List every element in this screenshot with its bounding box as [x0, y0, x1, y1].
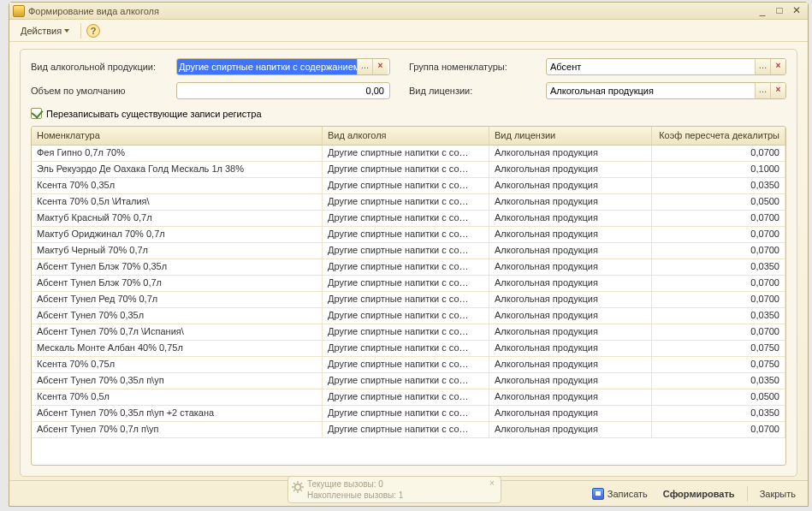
table-row[interactable]: Мактуб Красный 70% 0,7лДругие спиртные н…: [32, 211, 785, 227]
table-cell: 0,0700: [652, 227, 785, 242]
ellipsis-icon[interactable]: …: [357, 59, 372, 74]
generate-button[interactable]: Сформировать: [660, 486, 738, 502]
table-row[interactable]: Мактуб Черный 70% 0,7лДругие спиртные на…: [32, 243, 785, 259]
table-cell: Другие спиртные напитки с со…: [323, 389, 489, 405]
product-type-field[interactable]: Другие спиртные напитки с содержанием … …: [176, 58, 390, 75]
table-cell: Другие спиртные напитки с со…: [323, 406, 489, 421]
accumulated-calls-value: 1: [399, 490, 404, 500]
table-cell: Алкогольная продукция: [489, 422, 652, 437]
overwrite-checkbox-row[interactable]: Перезаписывать существующие записи регис…: [31, 108, 786, 119]
product-type-value: Другие спиртные напитки с содержанием: [177, 59, 357, 74]
table-cell: Алкогольная продукция: [489, 357, 652, 372]
grid-header: Номенклатура Вид алкоголя Вид лицензии К…: [32, 127, 785, 146]
table-cell: Алкогольная продукция: [489, 292, 652, 307]
column-header-alcohol-type[interactable]: Вид алкоголя: [323, 127, 489, 145]
table-row[interactable]: Ксента 70% 0,5лДругие спиртные напитки с…: [32, 389, 785, 406]
table-row[interactable]: Абсент Тунел 70% 0,35л п\уп +2 стаканаДр…: [32, 406, 785, 422]
table-cell: Другие спиртные напитки с со…: [323, 227, 489, 242]
table-cell: 0,0700: [652, 243, 785, 258]
column-header-coefficient[interactable]: Коэф пересчета декалитры: [652, 127, 785, 145]
table-cell: Другие спиртные напитки с со…: [323, 324, 489, 340]
ellipsis-icon[interactable]: …: [755, 59, 770, 74]
table-cell: Другие спиртные напитки с со…: [323, 292, 489, 307]
table-cell: Алкогольная продукция: [489, 373, 652, 389]
close-window-button[interactable]: ✕: [789, 5, 804, 17]
table-cell: Абсент Тунел 70% 0,7л \Испания\: [32, 324, 323, 340]
table-cell: Алкогольная продукция: [489, 243, 652, 258]
table-cell: Другие спиртные напитки с со…: [323, 146, 489, 161]
ellipsis-icon[interactable]: …: [755, 83, 770, 98]
table-row[interactable]: Эль Рекуэрдо Де Оахака Голд Мескаль 1л 3…: [32, 162, 785, 178]
table-cell: Алкогольная продукция: [489, 389, 652, 405]
table-cell: Эль Рекуэрдо Де Оахака Голд Мескаль 1л 3…: [32, 162, 323, 177]
table-cell: Абсент Тунел Блэк 70% 0,35л: [32, 259, 323, 275]
calls-info-box: Текущие вызовы: 0 Накопленные вызовы: 1 …: [287, 476, 501, 503]
chevron-down-icon: [64, 29, 69, 33]
table-cell: Другие спиртные напитки с со…: [323, 178, 489, 193]
clear-icon[interactable]: ×: [770, 83, 785, 98]
table-cell: 0,0350: [652, 406, 785, 421]
svg-point-0: [295, 484, 301, 490]
group-value[interactable]: [547, 59, 755, 74]
table-cell: 0,0700: [652, 146, 785, 161]
table-cell: 0,0700: [652, 292, 785, 307]
table-cell: 0,0700: [652, 324, 785, 340]
table-cell: 0,0750: [652, 341, 785, 356]
table-row[interactable]: Фея Гипно 0,7л 70%Другие спиртные напитк…: [32, 146, 785, 162]
footer: Текущие вызовы: 0 Накопленные вызовы: 1 …: [9, 480, 808, 506]
table-row[interactable]: Абсент Тунел Ред 70% 0,7лДругие спиртные…: [32, 292, 785, 308]
table-row[interactable]: Абсент Тунел 70% 0,35л п\упДругие спиртн…: [32, 373, 785, 389]
column-header-license[interactable]: Вид лицензии: [489, 127, 652, 145]
maximize-button[interactable]: □: [772, 5, 787, 17]
table-cell: Алкогольная продукция: [489, 341, 652, 356]
overwrite-checkbox[interactable]: [31, 108, 42, 119]
table-cell: 0,0750: [652, 357, 785, 372]
table-row[interactable]: Ксента 70% 0,75лДругие спиртные напитки …: [32, 357, 785, 373]
table-row[interactable]: Мескаль Монте Албан 40% 0,75лДругие спир…: [32, 341, 785, 357]
group-field[interactable]: … ×: [546, 58, 786, 75]
table-cell: Мескаль Монте Албан 40% 0,75л: [32, 341, 323, 356]
table-row[interactable]: Абсент Тунел Блэк 70% 0,35лДругие спиртн…: [32, 259, 785, 276]
table-cell: Мактуб Ориджинал 70% 0,7л: [32, 227, 323, 242]
table-row[interactable]: Мактуб Ориджинал 70% 0,7лДругие спиртные…: [32, 227, 785, 243]
table-cell: Другие спиртные напитки с со…: [323, 259, 489, 275]
table-cell: Абсент Тунел 70% 0,7л п\уп: [32, 422, 323, 437]
table-row[interactable]: Ксента 70% 0,5л \Италия\Другие спиртные …: [32, 194, 785, 211]
save-icon: [592, 488, 604, 500]
table-cell: Алкогольная продукция: [489, 276, 652, 291]
volume-field[interactable]: [176, 82, 390, 99]
table-cell: Абсент Тунел Блэк 70% 0,7л: [32, 276, 323, 291]
actions-label: Действия: [21, 26, 62, 36]
actions-menu[interactable]: Действия: [15, 22, 75, 39]
clear-icon[interactable]: ×: [372, 59, 388, 74]
grid-body[interactable]: Фея Гипно 0,7л 70%Другие спиртные напитк…: [32, 146, 785, 465]
save-label: Записать: [608, 489, 648, 499]
table-cell: 0,0350: [652, 308, 785, 324]
close-calls-icon[interactable]: ×: [487, 478, 497, 488]
table-cell: 0,0700: [652, 276, 785, 291]
table-cell: Алкогольная продукция: [489, 324, 652, 340]
volume-label: Объем по умолчанию: [31, 86, 176, 96]
clear-icon[interactable]: ×: [770, 59, 785, 74]
table-cell: 0,1000: [652, 162, 785, 177]
table-row[interactable]: Абсент Тунел Блэк 70% 0,7лДругие спиртны…: [32, 276, 785, 292]
table-cell: Абсент Тунел 70% 0,35л п\уп: [32, 373, 323, 389]
help-icon[interactable]: ?: [86, 24, 100, 38]
table-row[interactable]: Абсент Тунел 70% 0,7л \Испания\Другие сп…: [32, 324, 785, 341]
close-button[interactable]: Закрыть: [756, 486, 799, 502]
save-button[interactable]: Записать: [589, 485, 651, 502]
table-cell: 0,0500: [652, 194, 785, 210]
minimize-button[interactable]: _: [755, 5, 770, 17]
license-field[interactable]: … ×: [546, 82, 786, 99]
license-value[interactable]: [547, 83, 755, 98]
table-row[interactable]: Абсент Тунел 70% 0,35лДругие спиртные на…: [32, 308, 785, 324]
titlebar: Формирование вида алкоголя _ □ ✕: [9, 3, 808, 20]
table-cell: Алкогольная продукция: [489, 178, 652, 193]
table-cell: Алкогольная продукция: [489, 211, 652, 226]
table-row[interactable]: Абсент Тунел 70% 0,7л п\упДругие спиртны…: [32, 422, 785, 438]
table-cell: Алкогольная продукция: [489, 308, 652, 324]
window-title: Формирование вида алкоголя: [28, 6, 753, 16]
column-header-nomenclature[interactable]: Номенклатура: [32, 127, 323, 145]
table-row[interactable]: Ксента 70% 0,35лДругие спиртные напитки …: [32, 178, 785, 194]
table-cell: 0,0350: [652, 259, 785, 275]
